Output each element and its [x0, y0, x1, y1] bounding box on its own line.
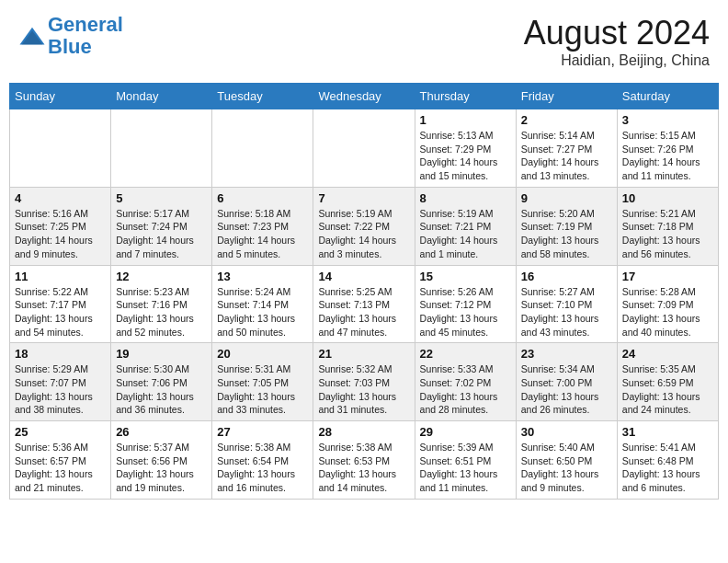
day-number: 20 [217, 347, 308, 361]
day-number: 3 [622, 113, 713, 127]
calendar-day-cell: 3Sunrise: 5:15 AMSunset: 7:26 PMDaylight… [617, 109, 718, 188]
weekday-header-row: SundayMondayTuesdayWednesdayThursdayFrid… [10, 84, 719, 109]
day-info: Sunrise: 5:40 AMSunset: 6:50 PMDaylight:… [521, 441, 612, 495]
day-info: Sunrise: 5:24 AMSunset: 7:14 PMDaylight:… [217, 285, 308, 339]
calendar-day-cell: 7Sunrise: 5:19 AMSunset: 7:22 PMDaylight… [313, 187, 415, 265]
day-info: Sunrise: 5:37 AMSunset: 6:56 PMDaylight:… [116, 441, 207, 495]
day-number: 19 [116, 347, 207, 361]
weekday-header-monday: Monday [111, 84, 212, 109]
calendar-week-row: 18Sunrise: 5:29 AMSunset: 7:07 PMDayligh… [10, 343, 719, 421]
day-number: 5 [116, 191, 207, 205]
logo-text: General Blue [48, 14, 123, 58]
weekday-header-saturday: Saturday [617, 84, 718, 109]
day-number: 1 [420, 113, 511, 127]
day-info: Sunrise: 5:19 AMSunset: 7:22 PMDaylight:… [318, 207, 409, 261]
day-number: 14 [318, 270, 409, 283]
page-header: General Blue August 2024 Haidian, Beijin… [9, 9, 719, 74]
day-number: 27 [217, 425, 308, 439]
calendar-day-cell: 12Sunrise: 5:23 AMSunset: 7:16 PMDayligh… [111, 265, 212, 343]
day-number: 18 [15, 347, 106, 361]
logo-icon [18, 24, 46, 52]
day-number: 13 [217, 270, 308, 283]
day-info: Sunrise: 5:14 AMSunset: 7:27 PMDaylight:… [521, 129, 612, 183]
calendar-day-cell: 11Sunrise: 5:22 AMSunset: 7:17 PMDayligh… [10, 265, 111, 343]
day-number: 10 [622, 191, 713, 205]
calendar-day-cell: 2Sunrise: 5:14 AMSunset: 7:27 PMDaylight… [516, 109, 617, 188]
day-number: 4 [15, 191, 106, 205]
day-info: Sunrise: 5:32 AMSunset: 7:03 PMDaylight:… [318, 362, 409, 417]
calendar-week-row: 11Sunrise: 5:22 AMSunset: 7:17 PMDayligh… [10, 265, 719, 343]
day-number: 17 [622, 270, 713, 283]
day-number: 6 [217, 191, 308, 205]
day-info: Sunrise: 5:25 AMSunset: 7:13 PMDaylight:… [318, 285, 409, 339]
calendar-day-cell: 18Sunrise: 5:29 AMSunset: 7:07 PMDayligh… [10, 343, 111, 421]
calendar-day-cell: 16Sunrise: 5:27 AMSunset: 7:10 PMDayligh… [516, 265, 617, 343]
day-number: 9 [521, 191, 612, 205]
day-number: 11 [15, 270, 106, 283]
day-info: Sunrise: 5:27 AMSunset: 7:10 PMDaylight:… [521, 285, 612, 339]
empty-cell [10, 109, 111, 188]
day-number: 29 [420, 425, 511, 439]
calendar-day-cell: 10Sunrise: 5:21 AMSunset: 7:18 PMDayligh… [617, 187, 718, 265]
day-info: Sunrise: 5:23 AMSunset: 7:16 PMDaylight:… [116, 285, 207, 339]
calendar-day-cell: 21Sunrise: 5:32 AMSunset: 7:03 PMDayligh… [313, 343, 415, 421]
day-number: 15 [420, 270, 511, 283]
day-info: Sunrise: 5:34 AMSunset: 7:00 PMDaylight:… [521, 362, 612, 417]
day-number: 12 [116, 270, 207, 283]
logo-line2: Blue [48, 35, 92, 58]
calendar-day-cell: 15Sunrise: 5:26 AMSunset: 7:12 PMDayligh… [415, 265, 516, 343]
day-info: Sunrise: 5:19 AMSunset: 7:21 PMDaylight:… [420, 207, 511, 261]
day-number: 23 [521, 347, 612, 361]
calendar-day-cell: 6Sunrise: 5:18 AMSunset: 7:23 PMDaylight… [212, 187, 313, 265]
day-info: Sunrise: 5:20 AMSunset: 7:19 PMDaylight:… [521, 207, 612, 261]
calendar-day-cell: 22Sunrise: 5:33 AMSunset: 7:02 PMDayligh… [415, 343, 516, 421]
calendar-day-cell: 28Sunrise: 5:38 AMSunset: 6:53 PMDayligh… [313, 421, 415, 500]
day-info: Sunrise: 5:38 AMSunset: 6:54 PMDaylight:… [217, 441, 308, 495]
day-info: Sunrise: 5:22 AMSunset: 7:17 PMDaylight:… [15, 285, 106, 339]
weekday-header-tuesday: Tuesday [212, 84, 313, 109]
calendar-day-cell: 5Sunrise: 5:17 AMSunset: 7:24 PMDaylight… [111, 187, 212, 265]
calendar-table: SundayMondayTuesdayWednesdayThursdayFrid… [9, 83, 719, 500]
day-info: Sunrise: 5:17 AMSunset: 7:24 PMDaylight:… [116, 207, 207, 261]
day-info: Sunrise: 5:36 AMSunset: 6:57 PMDaylight:… [15, 441, 106, 495]
calendar-week-row: 4Sunrise: 5:16 AMSunset: 7:25 PMDaylight… [10, 187, 719, 265]
calendar-day-cell: 19Sunrise: 5:30 AMSunset: 7:06 PMDayligh… [111, 343, 212, 421]
day-info: Sunrise: 5:15 AMSunset: 7:26 PMDaylight:… [622, 129, 713, 183]
calendar-day-cell: 30Sunrise: 5:40 AMSunset: 6:50 PMDayligh… [516, 421, 617, 500]
day-info: Sunrise: 5:35 AMSunset: 6:59 PMDaylight:… [622, 362, 713, 417]
day-info: Sunrise: 5:18 AMSunset: 7:23 PMDaylight:… [217, 207, 308, 261]
calendar-day-cell: 17Sunrise: 5:28 AMSunset: 7:09 PMDayligh… [617, 265, 718, 343]
day-number: 22 [420, 347, 511, 361]
empty-cell [212, 109, 313, 188]
calendar-week-row: 1Sunrise: 5:13 AMSunset: 7:29 PMDaylight… [10, 109, 719, 188]
day-info: Sunrise: 5:13 AMSunset: 7:29 PMDaylight:… [420, 129, 511, 183]
day-number: 26 [116, 425, 207, 439]
day-info: Sunrise: 5:41 AMSunset: 6:48 PMDaylight:… [622, 441, 713, 495]
calendar-day-cell: 23Sunrise: 5:34 AMSunset: 7:00 PMDayligh… [516, 343, 617, 421]
calendar-day-cell: 4Sunrise: 5:16 AMSunset: 7:25 PMDaylight… [10, 187, 111, 265]
day-number: 25 [15, 425, 106, 439]
weekday-header-friday: Friday [516, 84, 617, 109]
calendar-day-cell: 27Sunrise: 5:38 AMSunset: 6:54 PMDayligh… [212, 421, 313, 500]
day-number: 30 [521, 425, 612, 439]
day-number: 31 [622, 425, 713, 439]
calendar-day-cell: 1Sunrise: 5:13 AMSunset: 7:29 PMDaylight… [415, 109, 516, 188]
weekday-header-wednesday: Wednesday [313, 84, 415, 109]
calendar-week-row: 25Sunrise: 5:36 AMSunset: 6:57 PMDayligh… [10, 421, 719, 500]
calendar-day-cell: 26Sunrise: 5:37 AMSunset: 6:56 PMDayligh… [111, 421, 212, 500]
calendar-day-cell: 14Sunrise: 5:25 AMSunset: 7:13 PMDayligh… [313, 265, 415, 343]
day-info: Sunrise: 5:26 AMSunset: 7:12 PMDaylight:… [420, 285, 511, 339]
day-info: Sunrise: 5:39 AMSunset: 6:51 PMDaylight:… [420, 441, 511, 495]
empty-cell [111, 109, 212, 188]
day-number: 28 [318, 425, 409, 439]
calendar-day-cell: 8Sunrise: 5:19 AMSunset: 7:21 PMDaylight… [415, 187, 516, 265]
location: Haidian, Beijing, China [524, 52, 710, 69]
title-block: August 2024 Haidian, Beijing, China [524, 14, 710, 69]
calendar-day-cell: 31Sunrise: 5:41 AMSunset: 6:48 PMDayligh… [617, 421, 718, 500]
calendar-day-cell: 9Sunrise: 5:20 AMSunset: 7:19 PMDaylight… [516, 187, 617, 265]
day-info: Sunrise: 5:30 AMSunset: 7:06 PMDaylight:… [116, 362, 207, 417]
day-info: Sunrise: 5:31 AMSunset: 7:05 PMDaylight:… [217, 362, 308, 417]
day-info: Sunrise: 5:16 AMSunset: 7:25 PMDaylight:… [15, 207, 106, 261]
empty-cell [313, 109, 415, 188]
logo-line1: General [48, 13, 123, 36]
